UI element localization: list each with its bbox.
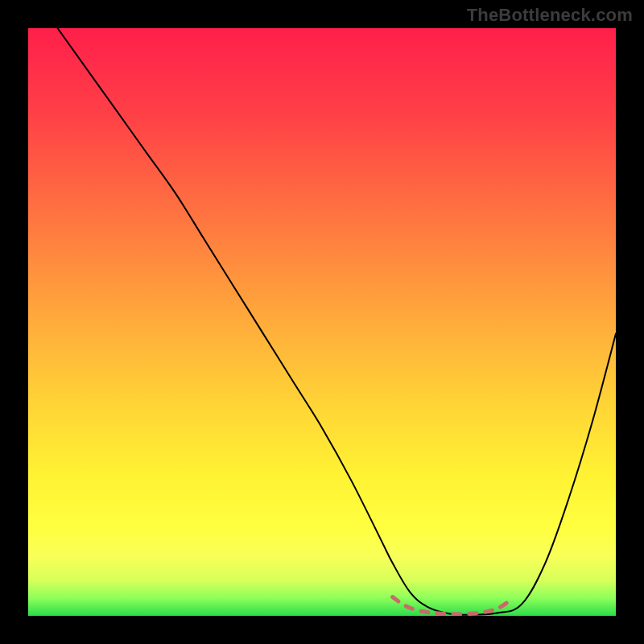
chart-frame: TheBottleneck.com — [0, 0, 644, 644]
optimal-range-marker — [393, 597, 510, 614]
curve-layer — [28, 28, 616, 616]
watermark-text: TheBottleneck.com — [467, 5, 633, 26]
plot-area — [28, 28, 616, 616]
bottleneck-curve — [58, 28, 617, 615]
